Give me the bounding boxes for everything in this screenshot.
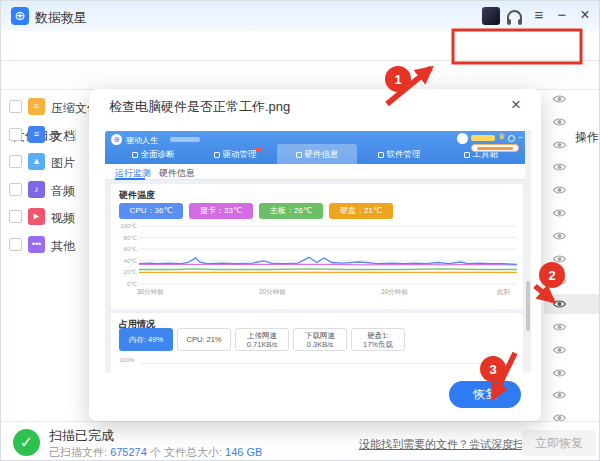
- sidebar-item[interactable]: ►视频: [1, 208, 89, 230]
- preview-sub-tab: 硬件信息: [159, 167, 195, 180]
- preview-nav-tab: 软件管理: [359, 144, 439, 164]
- preview-eye-icon[interactable]: [552, 251, 568, 263]
- preview-eye-icon[interactable]: [552, 159, 568, 171]
- usage-chip: 上传网速0.71KB/s: [235, 328, 289, 351]
- preview-eye-icon[interactable]: [552, 319, 568, 331]
- preview-nav-tab: 驱动管理: [195, 144, 275, 164]
- deep-scan-link[interactable]: 没能找到需要的文件？尝试深度扫描: [359, 437, 535, 452]
- audio-file-icon: ♪: [28, 181, 45, 198]
- app-title: 数据救星: [35, 9, 87, 27]
- user-avatar[interactable]: [482, 7, 500, 25]
- usage-chip: 内存: 49%: [119, 328, 173, 351]
- sidebar-item-checkbox[interactable]: [9, 238, 22, 251]
- recover-button[interactable]: 恢复: [449, 381, 521, 408]
- sidebar-item[interactable]: ▲图片: [1, 153, 89, 175]
- chart-x-tick: 此刻: [497, 288, 510, 297]
- sidebar-item-checkbox[interactable]: [9, 155, 22, 168]
- sidebar-item-label: 图片: [51, 155, 75, 172]
- sidebar-item-checkbox[interactable]: [9, 100, 22, 113]
- preview-eye-icon[interactable]: [552, 228, 568, 240]
- sidebar-item-checkbox[interactable]: [9, 183, 22, 196]
- app-window: ⊕ 数据救星 ≡ − × ⌂ 返回主页 ← 返回 搜索:电脑 文件目录数:263…: [0, 0, 600, 461]
- usage-axis-label: 100%: [119, 357, 134, 363]
- preview-eye-icon[interactable]: [552, 137, 568, 149]
- file-preview-image: ⊕ 驱动人生 ♛ − × 全面诊断驱动管理硬件信息软件管理工具箱 运行监测硬件信…: [105, 131, 531, 373]
- preview-eye-icon[interactable]: [552, 114, 568, 126]
- preview-tab-label: 驱动管理: [223, 149, 257, 159]
- temperature-card-title: 硬件温度: [119, 189, 155, 202]
- preview-tab-icon: [378, 152, 384, 158]
- preview-minimize-icon: −: [518, 133, 523, 142]
- total-size-value: 146 GB: [225, 446, 262, 458]
- notification-badge: [256, 147, 261, 152]
- preview-eye-icon[interactable]: [552, 296, 568, 308]
- preview-eye-icon[interactable]: [552, 365, 568, 377]
- temperature-card: 硬件温度 CPU：36℃显卡：33℃主板：26℃硬盘：21℃ 100℃80℃60…: [111, 184, 523, 309]
- chart-x-tick: 30分钟前: [137, 288, 164, 297]
- minimize-button[interactable]: −: [553, 6, 571, 23]
- chart-y-tick: 0℃: [117, 280, 137, 287]
- chart-y-tick: 40℃: [117, 257, 137, 264]
- preview-eye-icon[interactable]: [552, 91, 568, 103]
- modal-title: 检查电脑硬件是否正常工作.png: [109, 98, 290, 116]
- sidebar-item-checkbox[interactable]: [9, 210, 22, 223]
- recover-now-button[interactable]: 立即恢复: [522, 430, 596, 456]
- preview-eye-icon[interactable]: [552, 387, 568, 399]
- scanned-files-label: 已扫描文件:: [49, 446, 107, 458]
- preview-tab-label: 全面诊断: [141, 149, 175, 159]
- scan-detail-text: 已扫描文件: 675274 个 文件总大小: 146 GB: [49, 445, 262, 460]
- modal-close-icon[interactable]: ×: [511, 95, 521, 115]
- preview-eye-icon[interactable]: [552, 273, 568, 285]
- title-bar: ⊕ 数据救星 ≡ − ×: [1, 1, 600, 31]
- preview-nav-tab: 硬件信息: [277, 144, 357, 164]
- total-size-label: 文件总大小:: [164, 446, 222, 458]
- usage-chip: 硬盘1:17%负载: [351, 328, 405, 351]
- archive-file-icon: ≡: [28, 98, 45, 115]
- preview-eye-icon[interactable]: [552, 182, 568, 194]
- preview-tab-icon: [132, 152, 138, 158]
- usage-chip: 下载网速0.3KB/s: [293, 328, 347, 351]
- temperature-chip: 显卡：33℃: [189, 203, 253, 219]
- preview-eye-icon[interactable]: [552, 205, 568, 217]
- doc-file-icon: ≡: [28, 126, 45, 143]
- headset-support-icon[interactable]: [507, 10, 522, 21]
- preview-app-version: [170, 137, 200, 142]
- chart-y-tick: 60℃: [117, 245, 137, 252]
- sidebar-item-label: 文档: [51, 128, 75, 145]
- app-logo-icon: ⊕: [11, 7, 29, 25]
- preview-tab-icon: [464, 152, 470, 158]
- temperature-chip: 主板：26℃: [259, 203, 323, 219]
- preview-tab-icon: [214, 152, 220, 158]
- close-button[interactable]: ×: [576, 6, 594, 24]
- preview-nav-tab: 全面诊断: [113, 144, 193, 164]
- preview-crown-icon: ♛: [498, 132, 505, 141]
- sidebar-item[interactable]: •••其他: [1, 236, 89, 258]
- chart-y-tick: 80℃: [117, 234, 137, 241]
- preview-sub-tab: 运行监测: [115, 167, 151, 180]
- sidebar-item-label: 其他: [51, 238, 75, 255]
- sidebar-item-label: 音频: [51, 183, 75, 200]
- preview-scrollbar-track: [525, 131, 531, 373]
- other-file-icon: •••: [28, 236, 45, 253]
- preview-user-avatar: [457, 133, 468, 144]
- sidebar-item[interactable]: ≡压缩文件: [1, 98, 89, 120]
- usage-card: 占用情况 内存: 49%CPU: 21%上传网速0.71KB/s下载网速0.3K…: [111, 313, 523, 373]
- scan-status-text: 扫描已完成: [49, 427, 114, 445]
- scanned-files-value: 675274: [110, 446, 147, 458]
- preview-tab-label: 软件管理: [387, 149, 421, 159]
- preview-promo-badge: [471, 144, 519, 152]
- preview-tab-label: 硬件信息: [305, 149, 339, 159]
- preview-modal: 检查电脑硬件是否正常工作.png × ⊕ 驱动人生 ♛ − × 全面诊断驱动管理…: [89, 89, 541, 421]
- preview-eye-icon[interactable]: [552, 342, 568, 354]
- preview-username: [471, 135, 495, 141]
- sidebar-item[interactable]: ≡文档: [1, 126, 89, 148]
- column-header-action[interactable]: 操作: [575, 129, 599, 146]
- sidebar-item-checkbox[interactable]: [9, 128, 22, 141]
- sidebar-item[interactable]: ♪音频: [1, 181, 89, 203]
- preview-sub-tabs: 运行监测硬件信息: [105, 164, 531, 180]
- chart-y-tick: 100℃: [117, 222, 137, 229]
- chart-series-显卡: [139, 264, 517, 265]
- preview-gear-icon: [508, 135, 515, 142]
- menu-icon[interactable]: ≡: [530, 6, 548, 23]
- sidebar-item-label: 视频: [51, 210, 75, 227]
